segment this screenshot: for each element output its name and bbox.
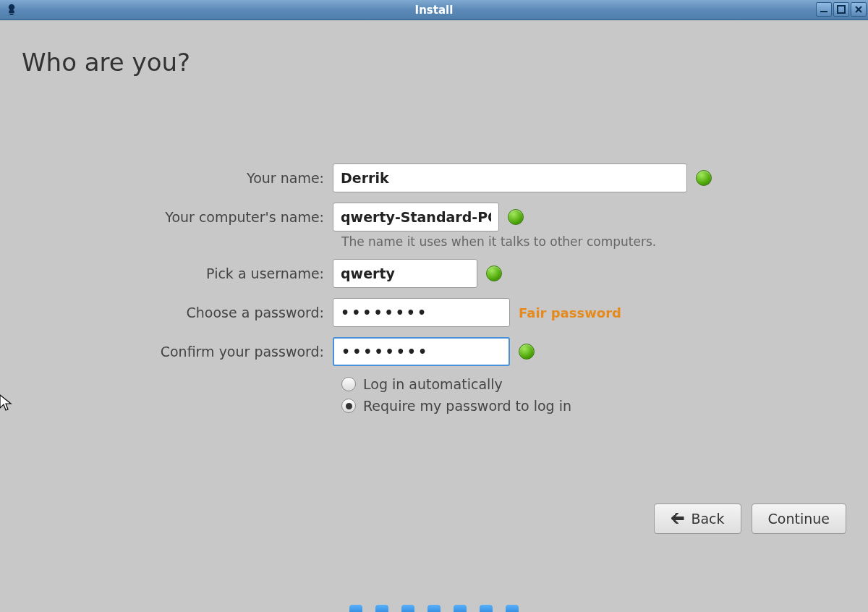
radio-icon bbox=[341, 377, 356, 391]
window-titlebar: Install bbox=[0, 0, 868, 20]
password-input[interactable] bbox=[333, 298, 510, 327]
radio-login-automatically[interactable]: Log in automatically bbox=[341, 376, 868, 392]
progress-pager bbox=[0, 605, 868, 612]
continue-button[interactable]: Continue bbox=[752, 503, 846, 534]
password-strength: Fair password bbox=[519, 305, 621, 320]
continue-button-label: Continue bbox=[768, 511, 830, 527]
label-your-name: Your name: bbox=[0, 170, 333, 186]
window-title: Install bbox=[0, 4, 868, 17]
computer-name-input[interactable] bbox=[333, 203, 499, 231]
pager-dot bbox=[349, 605, 362, 612]
label-confirm-password: Confirm your password: bbox=[0, 344, 333, 360]
check-icon bbox=[486, 265, 502, 281]
computer-name-hint: The name it uses when it talks to other … bbox=[341, 234, 868, 249]
arrow-left-icon: 🡰 bbox=[671, 510, 685, 527]
radio-label-require: Require my password to log in bbox=[363, 398, 571, 414]
app-icon bbox=[3, 1, 20, 19]
label-password: Choose a password: bbox=[0, 305, 333, 320]
radio-label-auto: Log in automatically bbox=[363, 376, 503, 392]
check-icon bbox=[696, 170, 712, 186]
back-button[interactable]: 🡰 Back bbox=[654, 503, 741, 534]
minimize-button[interactable] bbox=[816, 2, 832, 17]
label-username: Pick a username: bbox=[0, 265, 333, 281]
username-input[interactable] bbox=[333, 259, 477, 288]
pager-dot bbox=[427, 605, 441, 612]
pager-dot bbox=[454, 605, 467, 612]
maximize-button[interactable] bbox=[833, 2, 849, 17]
installer-page: Who are you? Your name: Your computer's … bbox=[0, 48, 868, 612]
radio-icon bbox=[341, 399, 356, 413]
user-form: Your name: Your computer's name: The nam… bbox=[0, 163, 868, 420]
check-icon bbox=[519, 344, 535, 360]
pager-dot bbox=[401, 605, 414, 612]
svg-rect-1 bbox=[838, 6, 845, 13]
check-icon bbox=[508, 209, 524, 225]
radio-require-password[interactable]: Require my password to log in bbox=[341, 398, 868, 414]
label-computer-name: Your computer's name: bbox=[0, 209, 333, 225]
page-title: Who are you? bbox=[22, 48, 868, 77]
svg-rect-0 bbox=[820, 11, 827, 12]
pager-dot bbox=[506, 605, 519, 612]
pager-dot bbox=[375, 605, 388, 612]
back-button-label: Back bbox=[691, 511, 724, 527]
your-name-input[interactable] bbox=[333, 163, 687, 192]
login-option-group: Log in automatically Require my password… bbox=[341, 376, 868, 414]
pager-dot bbox=[480, 605, 493, 612]
confirm-password-input[interactable] bbox=[333, 337, 510, 366]
close-button[interactable] bbox=[851, 2, 867, 17]
